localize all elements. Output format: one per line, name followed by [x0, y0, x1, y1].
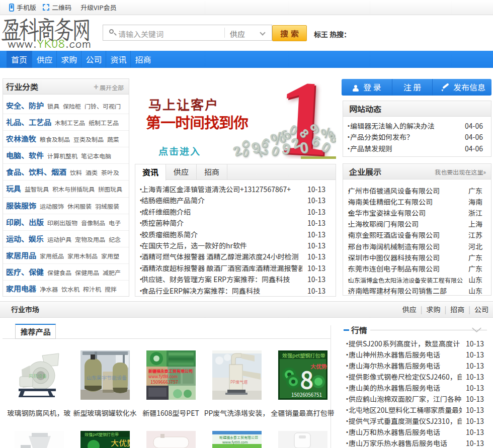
svg-text:新疆福永泰工贸有限公司: 新疆福永泰工贸有限公司 — [148, 368, 193, 374]
svg-text:大优势: 大优势 — [111, 436, 130, 448]
svg-text:www.fyt88.com: www.fyt88.com — [222, 439, 248, 444]
svg-text:大优势: 大优势 — [310, 362, 327, 370]
svg-text:15026056751: 15026056751 — [291, 391, 322, 398]
svg-text:效强pet塑钢打包带: 效强pet塑钢打包带 — [282, 351, 325, 359]
svg-text:风机设备: 风机设备 — [29, 373, 47, 379]
svg-text:山东吴宇节能设备: 山东吴宇节能设备 — [87, 374, 127, 381]
svg-text:15096663757: 15096663757 — [150, 379, 178, 385]
svg-text:PP废气塔: PP废气塔 — [230, 379, 248, 385]
